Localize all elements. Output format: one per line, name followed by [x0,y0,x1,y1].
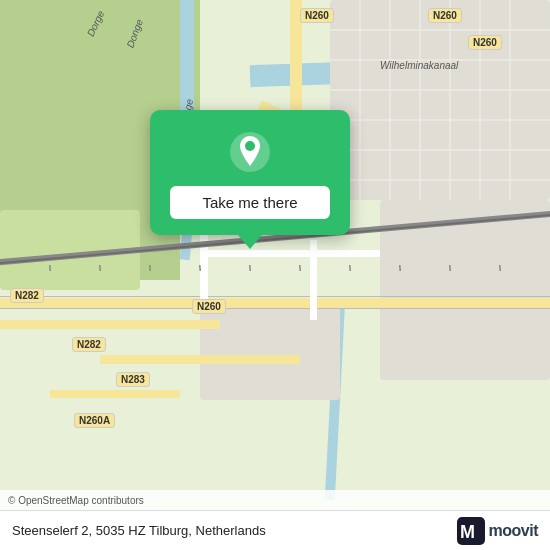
road-label-n260a: N260A [74,413,115,428]
road-n283 [100,355,300,364]
urban-grid-ne [330,0,550,200]
attribution-bar: © OpenStreetMap contributors [0,490,550,510]
map-container: Donge Donge Donge [0,0,550,550]
road-n260-h-border-top [0,296,550,297]
location-pin-icon [228,130,272,174]
road-n260-h-border-bottom [0,308,550,309]
road-label-n260-4: N260 [192,299,226,314]
road-n260a [50,390,180,398]
road-white-3 [310,240,317,320]
road-label-n282-2: N282 [72,337,106,352]
svg-line-14 [150,265,151,271]
svg-line-19 [400,265,401,271]
popup-card: Take me there [150,110,350,235]
svg-line-12 [50,265,51,271]
svg-line-18 [350,265,351,271]
svg-line-17 [300,265,301,271]
svg-line-15 [200,265,201,271]
svg-line-20 [450,265,451,271]
wilhelminakanaal-label: Wilhelminakanaal [380,60,458,71]
urban-area-center [200,300,340,400]
road-label-n282-1: N282 [10,288,44,303]
road-n260-h [0,298,550,308]
take-me-there-button[interactable]: Take me there [170,186,330,219]
osm-attribution: © OpenStreetMap contributors [8,495,144,506]
svg-point-23 [245,141,255,151]
railway-marks [0,255,550,275]
road-n282 [0,320,220,329]
road-label-n260-2: N260 [428,8,462,23]
svg-line-21 [500,265,501,271]
address-text: Steenselerf 2, 5035 HZ Tilburg, Netherla… [12,523,266,538]
svg-line-13 [100,265,101,271]
road-label-n260-3: N260 [468,35,502,50]
info-bar: Steenselerf 2, 5035 HZ Tilburg, Netherla… [0,510,550,550]
moovit-logo: M moovit [457,517,538,545]
moovit-brand-text: moovit [489,522,538,540]
road-label-n283: N283 [116,372,150,387]
svg-line-16 [250,265,251,271]
moovit-logo-icon: M [457,517,485,545]
svg-text:M: M [460,522,475,542]
road-label-n260-1: N260 [300,8,334,23]
